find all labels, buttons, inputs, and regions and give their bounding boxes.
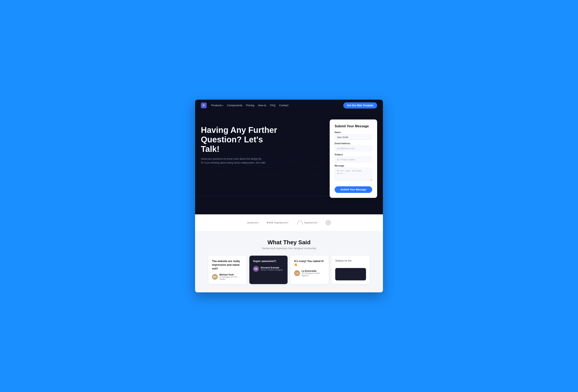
logo-logoipsum-arc-text: logoipsum bbox=[304, 221, 318, 224]
email-label: Email Address bbox=[335, 142, 372, 145]
form-title: Submit Your Message bbox=[335, 124, 372, 128]
email-input[interactable] bbox=[335, 145, 372, 151]
avatar-giovanni: GE bbox=[253, 266, 259, 272]
name-field-group: Name ⋯ bbox=[335, 131, 372, 140]
hero-title: Having Any Further Question? Let's Talk! bbox=[201, 125, 284, 154]
message-field-group: Message bbox=[335, 165, 372, 182]
nav-item-products[interactable]: Products ▾ bbox=[211, 104, 223, 107]
reviewer-name-2: Giovanni Estrada bbox=[260, 266, 283, 269]
logo-goipsum-text: goipsum bbox=[247, 221, 258, 224]
sidebar-preview-card: Sidebar for the bbox=[332, 256, 370, 284]
nav-links: Products ▾ Components Pricing How to FAQ… bbox=[211, 104, 289, 107]
avatar-la: LE bbox=[294, 270, 300, 276]
cta-button[interactable]: Get this Web Template bbox=[343, 102, 377, 109]
sidebar-preview-text: Sidebar for the bbox=[335, 259, 366, 262]
hero-section: Having Any Further Question? Let's Talk!… bbox=[195, 111, 383, 214]
logo-logoipsum-arc: logoipsum bbox=[297, 220, 318, 225]
message-textarea[interactable] bbox=[335, 168, 372, 181]
name-input-wrapper: ⋯ bbox=[335, 134, 372, 140]
reviewer-name-1: Michael Yeoh bbox=[219, 273, 243, 276]
reviewer-info-3: La Esmeralda UX Designer at See Agency bbox=[302, 270, 325, 277]
contact-form-card: Submit Your Message Name ⋯ Email Address… bbox=[330, 120, 377, 198]
testimonial-text-2: Super awesome!!! bbox=[253, 259, 284, 263]
testimonial-card-2: Super awesome!!! GE Giovanni Estrada Sen… bbox=[249, 256, 288, 284]
testimonials-title: What They Said bbox=[201, 239, 377, 246]
logo-goipsum: goipsum bbox=[247, 221, 258, 224]
reviewer-1: MY Michael Yeoh UI Designer at XYZ Studi… bbox=[212, 273, 243, 280]
submit-button[interactable]: Submit Your Message bbox=[335, 186, 372, 193]
testimonial-text-1: The website are really impressive and st… bbox=[212, 259, 243, 271]
nav-item-pricing[interactable]: Pricing bbox=[246, 104, 254, 107]
testimonials-section: What They Said Review and impression fro… bbox=[195, 231, 383, 293]
logo-logoipsum-dots: logoipsum° bbox=[267, 221, 289, 224]
nav-item-faq[interactable]: FAQ bbox=[270, 104, 275, 107]
subject-label: Subject bbox=[335, 153, 372, 156]
name-label: Name bbox=[335, 131, 372, 133]
logo-circle bbox=[326, 220, 331, 225]
chevron-down-icon: ▾ bbox=[222, 104, 223, 106]
reviewer-info-2: Giovanni Estrada Senior Product Designer bbox=[260, 266, 283, 271]
testimonials-subtitle: Review and impression from designer comm… bbox=[201, 247, 377, 250]
edit-icon: ⋯ bbox=[369, 136, 371, 138]
logo-arc-icon bbox=[297, 220, 303, 225]
testimonial-text-3: It's crazy! You nailed it! 🔥 bbox=[294, 259, 325, 267]
reviewer-info-1: Michael Yeoh UI Designer at XYZ Studio bbox=[219, 273, 243, 280]
hero-subtitle-line1: Send your questions to know more about t… bbox=[201, 157, 284, 165]
testimonial-card-3: It's crazy! You nailed it! 🔥 LE La Esmer… bbox=[290, 256, 329, 284]
name-input[interactable] bbox=[335, 134, 372, 140]
nav-item-components[interactable]: Components bbox=[227, 104, 242, 107]
navbar: F Products ▾ Components Pricing How to F… bbox=[195, 100, 383, 111]
logo-circle-icon bbox=[326, 220, 331, 225]
hero-content: Having Any Further Question? Let's Talk!… bbox=[201, 121, 284, 165]
nav-products-label: Products bbox=[211, 104, 222, 107]
message-label: Message bbox=[335, 165, 372, 167]
reviewer-title-1: UI Designer at XYZ Studio bbox=[219, 276, 243, 280]
logo-dots-icon bbox=[267, 222, 273, 223]
logos-section: goipsum logoipsum° logoipsum bbox=[195, 214, 383, 231]
nav-item-contact[interactable]: Contact bbox=[279, 104, 289, 107]
testimonial-card-1: The website are really impressive and st… bbox=[208, 256, 246, 284]
testimonials-grid: The website are really impressive and st… bbox=[201, 256, 377, 284]
nav-item-howto[interactable]: How to bbox=[258, 104, 266, 107]
avatar-michael: MY bbox=[212, 274, 218, 280]
reviewer-3: LE La Esmeralda UX Designer at See Agenc… bbox=[294, 270, 325, 277]
sidebar-preview-dark-element bbox=[335, 268, 366, 280]
logo-icon: F bbox=[201, 103, 207, 108]
reviewer-title-3: UX Designer at See Agency bbox=[302, 272, 325, 277]
reviewer-title-2: Senior Product Designer bbox=[260, 269, 283, 271]
email-field-group: Email Address bbox=[335, 142, 372, 151]
browser-window: F Products ▾ Components Pricing How to F… bbox=[195, 100, 383, 293]
reviewer-2: GE Giovanni Estrada Senior Product Desig… bbox=[253, 266, 284, 272]
subject-field-group: Subject bbox=[335, 153, 372, 162]
nav-left: F Products ▾ Components Pricing How to F… bbox=[201, 103, 289, 108]
logo-logoipsum-dots-text: logoipsum° bbox=[274, 221, 289, 224]
reviewer-name-3: La Esmeralda bbox=[302, 270, 325, 272]
subject-input[interactable] bbox=[335, 157, 372, 162]
